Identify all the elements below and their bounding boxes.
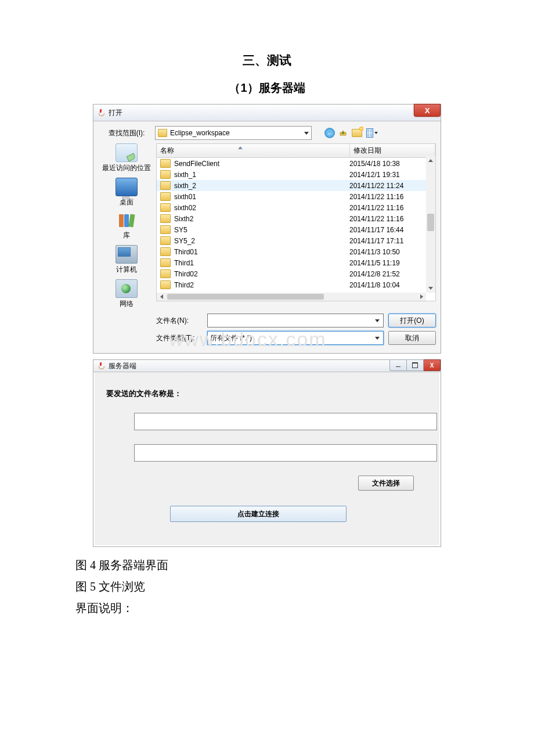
vertical-scrollbar[interactable] — [426, 156, 435, 293]
open-file-dialog: 打开 X 查找范围(I): Eclipse_workspace ← — [93, 104, 441, 354]
list-item[interactable]: Third012014/11/3 10:50 — [157, 246, 435, 257]
item-name: SY5_2 — [174, 237, 195, 245]
heading-sub: （1）服务器端 — [75, 80, 459, 96]
filename-label: 文件名(N): — [156, 316, 203, 326]
item-date: 2014/11/22 11:16 — [346, 204, 435, 212]
list-item[interactable]: SY5_22014/11/17 17:11 — [157, 235, 435, 246]
places-computer[interactable]: 计算机 — [98, 245, 155, 275]
dialog-titlebar: 打开 X — [93, 105, 441, 121]
places-network-label: 网络 — [98, 299, 155, 309]
server-window: 服务器端 X 要发送的文件名称是： 文件选择 点击建立连接 — [93, 359, 441, 547]
list-item[interactable]: sixth012014/11/22 11:16 — [157, 191, 435, 202]
folder-icon — [160, 203, 171, 212]
item-name: Third02 — [174, 270, 198, 278]
list-item[interactable]: sixth022014/11/22 11:16 — [157, 202, 435, 213]
java-icon — [97, 362, 105, 370]
item-name: Third01 — [174, 248, 198, 256]
places-computer-label: 计算机 — [98, 265, 155, 275]
scroll-thumb-h[interactable] — [167, 294, 324, 300]
item-name: sixth_2 — [174, 182, 196, 190]
figure-4-caption: 图 4 服务器端界面 — [75, 557, 459, 573]
item-date: 2014/11/3 10:50 — [346, 248, 435, 256]
list-item[interactable]: Third022014/12/8 21:52 — [157, 268, 435, 279]
lookin-combo[interactable]: Eclipse_workspace — [155, 126, 312, 140]
scroll-thumb[interactable] — [427, 214, 434, 231]
col-name-label: 名称 — [160, 146, 174, 154]
cancel-button[interactable]: 取消 — [388, 331, 436, 345]
connect-button[interactable]: 点击建立连接 — [170, 506, 347, 522]
filetype-combo[interactable]: 所有文件 (*.*) — [207, 331, 384, 345]
col-name[interactable]: 名称 — [157, 144, 350, 157]
view-menu-button[interactable] — [366, 127, 378, 139]
list-item[interactable]: Third12014/11/5 11:19 — [157, 257, 435, 268]
list-item[interactable]: Third22014/11/8 10:04 — [157, 279, 435, 290]
places-desktop[interactable]: 桌面 — [98, 178, 155, 207]
col-date[interactable]: 修改日期 — [350, 144, 435, 157]
heading-main: 三、测试 — [75, 52, 459, 69]
chevron-down-icon — [304, 132, 309, 135]
file-select-button[interactable]: 文件选择 — [358, 476, 414, 491]
places-desktop-label: 桌面 — [98, 197, 155, 207]
folder-icon — [160, 247, 171, 256]
list-item[interactable]: sixth_12014/12/1 19:31 — [157, 169, 435, 180]
folder-icon — [160, 159, 171, 168]
list-item[interactable]: SY52014/11/17 16:44 — [157, 224, 435, 235]
item-name: SY5 — [174, 226, 187, 234]
computer-icon — [116, 245, 138, 264]
network-icon — [116, 279, 138, 298]
folder-icon — [160, 280, 171, 289]
horizontal-scrollbar[interactable] — [157, 293, 426, 301]
folder-icon — [160, 170, 171, 179]
lookin-label: 查找范围(I): — [98, 128, 155, 138]
close-button[interactable]: X — [414, 104, 441, 117]
file-path-input-1[interactable] — [134, 413, 437, 430]
item-date: 2014/11/22 11:16 — [346, 215, 435, 223]
folder-icon — [158, 129, 167, 137]
item-date: 2014/11/22 11:24 — [346, 182, 435, 190]
item-name: sixth_1 — [174, 171, 196, 179]
up-one-level-button[interactable] — [338, 128, 348, 138]
list-item[interactable]: sixth_22014/11/22 11:24 — [157, 180, 435, 191]
server-titlebar: 服务器端 X — [93, 360, 441, 372]
send-file-label: 要发送的文件名称是： — [106, 388, 428, 399]
back-button[interactable]: ← — [324, 128, 335, 138]
folder-icon — [160, 258, 171, 267]
list-header[interactable]: 名称 修改日期 — [157, 144, 435, 158]
places-network[interactable]: 网络 — [98, 279, 155, 309]
places-libraries[interactable]: 库 — [98, 212, 155, 240]
filetype-label: 文件类型(T): — [156, 333, 203, 343]
filename-input[interactable] — [207, 314, 384, 327]
libraries-icon — [116, 212, 137, 229]
item-date: 2014/12/8 21:52 — [346, 270, 435, 278]
filetype-value: 所有文件 (*.*) — [210, 333, 252, 343]
folder-icon — [160, 192, 171, 201]
folder-icon — [160, 269, 171, 278]
maximize-button[interactable] — [407, 359, 424, 371]
scroll-right-icon[interactable] — [417, 293, 426, 301]
item-name: sixth02 — [174, 204, 196, 212]
folder-icon — [160, 236, 171, 245]
new-folder-button[interactable] — [351, 127, 363, 139]
scroll-left-icon[interactable] — [157, 293, 166, 301]
desktop-icon — [116, 178, 138, 196]
file-list[interactable]: 名称 修改日期 SendFileClient2015/4/18 10:38six… — [156, 143, 436, 301]
java-icon — [97, 109, 105, 117]
item-name: Sixth2 — [174, 215, 193, 223]
folder-icon — [160, 181, 171, 190]
open-button[interactable]: 打开(O) — [388, 314, 436, 327]
item-name: Third1 — [174, 259, 194, 267]
minimize-button[interactable] — [389, 359, 407, 371]
close-button[interactable]: X — [424, 359, 441, 371]
scroll-down-icon[interactable] — [426, 283, 435, 293]
item-date: 2014/11/17 17:11 — [346, 237, 435, 245]
list-item[interactable]: SendFileClient2015/4/18 10:38 — [157, 158, 435, 169]
chevron-down-icon — [375, 337, 380, 340]
file-path-input-2[interactable] — [134, 444, 437, 462]
server-title: 服务器端 — [109, 361, 136, 371]
places-recent[interactable]: 最近访问的位置 — [98, 143, 155, 173]
scroll-up-icon[interactable] — [426, 156, 435, 165]
lookin-value: Eclipse_workspace — [170, 129, 230, 137]
item-date: 2014/11/8 10:04 — [346, 281, 435, 289]
list-item[interactable]: Sixth22014/11/22 11:16 — [157, 213, 435, 224]
dialog-title: 打开 — [109, 108, 122, 118]
